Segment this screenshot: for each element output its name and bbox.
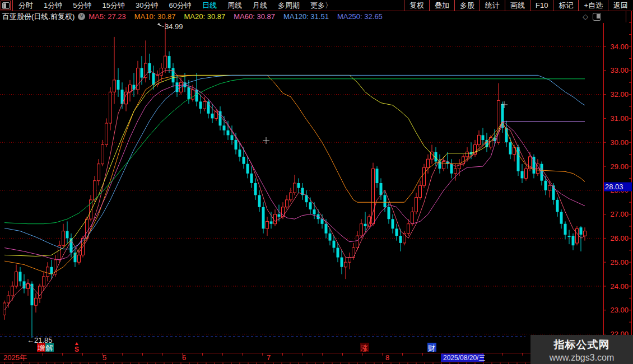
panel-layout-icon: [2, 2, 10, 9]
watermark: 指标公式网 www.zbgs3.com: [530, 335, 633, 364]
svg-text:30.00: 30.00: [610, 138, 629, 147]
svg-text:8: 8: [385, 353, 389, 362]
tool-item[interactable]: 多股: [454, 0, 480, 11]
layout-toggle-button[interactable]: [1, 1, 11, 10]
chevron-down-icon[interactable]: ˅: [78, 13, 85, 20]
tool-item[interactable]: 叠加: [429, 0, 454, 11]
period-item[interactable]: 周线: [227, 1, 242, 11]
svg-text:6: 6: [182, 353, 186, 362]
candlestick-chart[interactable]: 34.99←21.8534.0033.0032.0031.0030.0029.0…: [0, 0, 633, 364]
period-item[interactable]: 5分钟: [73, 1, 91, 11]
ma-label: MA5: 27.23: [89, 12, 126, 21]
period-item[interactable]: 1分钟: [44, 1, 62, 11]
tools-menu: 复权叠加多股统计画线F10标记+自选返回: [404, 0, 633, 11]
svg-text:2025年: 2025年: [3, 353, 27, 362]
svg-text:解: 解: [45, 344, 53, 352]
period-item[interactable]: 15分钟: [102, 1, 124, 11]
svg-text:S: S: [75, 346, 79, 353]
ma-label: MA10: 30.87: [134, 12, 176, 21]
svg-text:31.00: 31.00: [610, 114, 629, 123]
ma-label: MA120: 31.51: [283, 12, 329, 21]
svg-text:33.00: 33.00: [610, 66, 629, 74]
svg-text:财: 财: [428, 344, 435, 352]
svg-text:←21.85: ←21.85: [27, 336, 53, 344]
panel-icon[interactable]: [593, 13, 601, 21]
svg-text:23.00: 23.00: [610, 306, 629, 314]
tool-item[interactable]: 返回: [608, 0, 633, 11]
period-item[interactable]: 更多〉: [310, 1, 332, 11]
chart-title-row: 百亚股份(日线.前复权) ˅ MA5: 27.23MA10: 30.87MA20…: [0, 11, 626, 22]
svg-text:5: 5: [103, 353, 106, 362]
ma-label: MA250: 32.65: [337, 12, 383, 21]
diamond-icon[interactable]: ◇: [583, 12, 588, 21]
svg-text:27.00: 27.00: [610, 210, 629, 218]
svg-text:34.00: 34.00: [610, 43, 629, 51]
svg-text:29.00: 29.00: [610, 162, 629, 171]
tool-item[interactable]: 标记: [553, 0, 578, 11]
period-item[interactable]: 月线: [253, 1, 267, 11]
svg-text:25.00: 25.00: [610, 258, 629, 267]
period-item[interactable]: 多周期: [278, 1, 300, 11]
tool-item[interactable]: +自选: [578, 0, 608, 11]
ma-label: MA60: 30.87: [234, 12, 275, 21]
svg-text:26.00: 26.00: [610, 234, 629, 242]
ma-label: MA20: 30.87: [184, 12, 226, 21]
ma-legend: MA5: 27.23MA10: 30.87MA20: 30.87MA60: 30…: [89, 12, 391, 21]
svg-text:24.00: 24.00: [610, 282, 629, 291]
toolbar-divider: [12, 0, 13, 11]
period-item[interactable]: 分时: [18, 1, 33, 11]
svg-text:2025/08/20/三: 2025/08/20/三: [443, 354, 485, 362]
watermark-url: www.zbgs3.com: [530, 353, 633, 363]
svg-text:28.03: 28.03: [605, 183, 623, 191]
watermark-title: 指标公式网: [530, 338, 633, 352]
period-item[interactable]: 60分钟: [169, 1, 191, 11]
period-item[interactable]: 30分钟: [136, 1, 158, 11]
title-row-icons: ◇: [583, 12, 601, 21]
tool-item[interactable]: 画线: [505, 0, 530, 11]
tool-item[interactable]: 复权: [404, 0, 429, 11]
svg-text:32.00: 32.00: [610, 90, 629, 99]
tool-item[interactable]: F10: [530, 0, 553, 11]
top-toolbar: 分时1分钟5分钟15分钟30分钟60分钟日线周线月线多周期更多〉 复权叠加多股统…: [0, 0, 633, 11]
period-menu: 分时1分钟5分钟15分钟30分钟60分钟日线周线月线多周期更多〉: [18, 1, 343, 11]
period-item[interactable]: 日线: [202, 1, 217, 11]
chart-title: 百亚股份(日线.前复权): [2, 12, 75, 22]
svg-text:34.99: 34.99: [165, 22, 183, 31]
svg-text:增: 增: [37, 344, 45, 352]
svg-text:涨: 涨: [361, 344, 368, 352]
tool-item[interactable]: 统计: [480, 0, 505, 11]
svg-text:7: 7: [267, 353, 271, 362]
